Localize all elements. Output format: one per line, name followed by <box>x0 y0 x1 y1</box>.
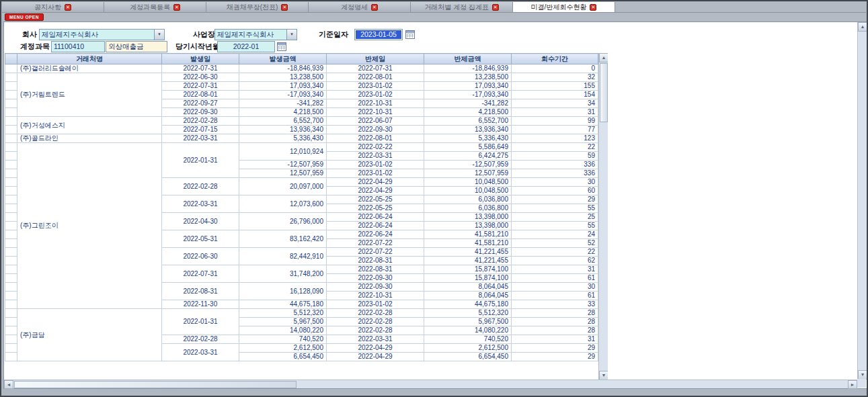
menu-open-button[interactable]: MENU OPEN <box>5 13 44 21</box>
collection-period-cell[interactable]: 25 <box>512 213 598 222</box>
settle-amount-cell[interactable]: 740,520 <box>424 335 512 344</box>
settle-date-cell[interactable]: 2022-06-24 <box>327 222 424 230</box>
vendor-header[interactable]: 거래처명 <box>17 54 162 64</box>
occur-amount-cell[interactable]: 82,442,910 <box>239 248 327 265</box>
occur-date-cell[interactable]: 2022-01-31 <box>162 143 239 178</box>
settle-date-cell[interactable]: 2022-05-25 <box>327 195 424 204</box>
settle-amount-cell[interactable]: 4,218,500 <box>424 108 512 117</box>
row-selector[interactable] <box>5 134 17 143</box>
settle-date-cell[interactable]: 2023-01-02 <box>327 82 424 91</box>
row-selector[interactable] <box>5 99 17 108</box>
settle-date-cell[interactable]: 2022-03-31 <box>327 335 424 344</box>
occur-amount-cell[interactable]: 20,097,000 <box>239 178 327 195</box>
settle-amount-cell[interactable]: 5,586,649 <box>424 143 512 152</box>
vendor-cell[interactable]: (주)거림트렌드 <box>17 73 162 117</box>
occur-date-cell[interactable]: 2022-07-31 <box>162 82 239 91</box>
row-selector[interactable] <box>5 222 17 230</box>
occur-amount-cell[interactable]: 740,520 <box>239 335 327 344</box>
settle-date-cell[interactable]: 2023-01-02 <box>327 300 424 309</box>
occur-amount-cell[interactable]: 6,654,450 <box>239 353 327 361</box>
row-selector[interactable] <box>5 126 17 134</box>
collection-period-cell[interactable]: 0 <box>512 64 598 73</box>
collection-period-cell[interactable]: 33 <box>512 300 598 309</box>
close-icon[interactable]: ✕ <box>590 4 596 11</box>
settle-date-cell[interactable]: 2022-02-28 <box>327 309 424 318</box>
occur-date-cell[interactable]: 2022-09-30 <box>162 108 239 117</box>
settle-date-cell[interactable]: 2022-10-31 <box>327 108 424 117</box>
settle-amount-cell[interactable]: 10,048,500 <box>424 187 512 195</box>
row-selector[interactable] <box>5 91 17 99</box>
settle-amount-cell[interactable]: 6,654,450 <box>424 353 512 361</box>
occur-amount-cell[interactable]: -18,846,939 <box>239 64 327 73</box>
occur-date-header[interactable]: 발생일 <box>162 54 239 64</box>
collection-period-cell[interactable]: 29 <box>512 195 598 204</box>
collection-period-cell[interactable]: 30 <box>512 178 598 187</box>
occur-date-cell[interactable]: 2022-02-28 <box>162 178 239 195</box>
chevron-down-icon[interactable]: ▼ <box>154 30 164 40</box>
vendor-cell[interactable]: (주)그린조이 <box>17 143 162 309</box>
scroll-down-icon[interactable]: ▼ <box>858 370 867 380</box>
row-selector[interactable] <box>5 239 17 248</box>
row-selector[interactable] <box>5 318 17 326</box>
settle-date-cell[interactable]: 2022-07-22 <box>327 239 424 248</box>
occur-amount-cell[interactable]: 2,612,500 <box>239 344 327 353</box>
settle-amount-cell[interactable]: 13,238,500 <box>424 73 512 82</box>
collection-period-cell[interactable]: 24 <box>512 230 598 239</box>
row-selector[interactable] <box>5 143 17 152</box>
settle-amount-cell[interactable]: 41,581,210 <box>424 239 512 248</box>
occur-amount-cell[interactable]: 31,748,200 <box>239 265 327 283</box>
settle-date-cell[interactable]: 2022-10-31 <box>327 292 424 300</box>
occur-date-cell[interactable]: 2022-03-31 <box>162 195 239 213</box>
row-selector[interactable] <box>5 265 17 274</box>
occur-amount-cell[interactable]: 26,796,000 <box>239 213 327 230</box>
settle-date-cell[interactable]: 2022-06-24 <box>327 213 424 222</box>
settle-date-cell[interactable]: 2023-01-02 <box>327 169 424 178</box>
occur-date-cell[interactable]: 2022-02-28 <box>162 335 239 344</box>
occur-amount-cell[interactable]: 17,093,340 <box>239 82 327 91</box>
scrollbar-thumb[interactable] <box>600 63 608 122</box>
settle-amount-cell[interactable]: 8,064,045 <box>424 292 512 300</box>
settle-date-cell[interactable]: 2022-09-30 <box>327 274 424 283</box>
settle-date-cell[interactable]: 2022-08-01 <box>327 134 424 143</box>
occur-date-cell[interactable]: 2022-06-30 <box>162 248 239 265</box>
collection-period-cell[interactable]: 155 <box>512 82 598 91</box>
settle-amount-cell[interactable]: 2,612,500 <box>424 344 512 353</box>
collection-period-cell[interactable]: 123 <box>512 134 598 143</box>
settle-amount-cell[interactable]: 13,398,000 <box>424 213 512 222</box>
occur-amount-header[interactable]: 발생금액 <box>239 54 327 64</box>
collection-period-cell[interactable]: 99 <box>512 117 598 126</box>
scroll-right-icon[interactable]: ► <box>848 380 857 389</box>
period-start-input[interactable]: 2022-01 <box>217 41 275 52</box>
row-selector[interactable] <box>5 353 17 361</box>
settle-amount-cell[interactable]: 5,967,500 <box>424 318 512 326</box>
collection-period-cell[interactable]: 61 <box>512 292 598 300</box>
settle-amount-cell[interactable]: 12,507,959 <box>424 169 512 178</box>
collection-period-cell[interactable]: 77 <box>512 126 598 134</box>
occur-amount-cell[interactable]: 5,512,320 <box>239 309 327 318</box>
tab-receivable-ledger[interactable]: 채권채무장(전표) ✕ <box>206 2 309 12</box>
period-header[interactable]: 회수기간 <box>512 54 598 64</box>
settle-amount-cell[interactable]: -18,846,939 <box>424 64 512 73</box>
collection-period-cell[interactable]: 55 <box>512 204 598 213</box>
occur-amount-cell[interactable]: 83,162,420 <box>239 230 327 248</box>
settle-amount-cell[interactable]: 17,093,340 <box>424 82 512 91</box>
settle-amount-cell[interactable]: 41,581,210 <box>424 230 512 239</box>
collection-period-cell[interactable]: 336 <box>512 169 598 178</box>
row-selector[interactable] <box>5 300 17 309</box>
collection-period-cell[interactable]: 154 <box>512 91 598 99</box>
occur-date-cell[interactable]: 2022-04-30 <box>162 213 239 230</box>
occur-date-cell[interactable]: 2022-01-31 <box>162 309 239 335</box>
scroll-left-icon[interactable]: ◄ <box>4 380 13 389</box>
occur-amount-cell[interactable]: 5,967,500 <box>239 318 327 326</box>
close-icon[interactable]: ✕ <box>281 4 288 11</box>
chevron-down-icon[interactable]: ▼ <box>286 30 297 40</box>
collection-period-cell[interactable]: 28 <box>512 309 598 318</box>
vendor-cell[interactable]: (주)갤러리드슬레이 <box>17 64 162 73</box>
collection-period-cell[interactable]: 31 <box>512 335 598 344</box>
settle-amount-cell[interactable]: -17,093,340 <box>424 91 512 99</box>
row-selector[interactable] <box>5 309 17 318</box>
row-selector[interactable] <box>5 82 17 91</box>
settle-amount-cell[interactable]: 5,336,430 <box>424 134 512 143</box>
close-icon[interactable]: ✕ <box>492 4 499 11</box>
occur-date-cell[interactable]: 2022-11-30 <box>162 300 239 309</box>
